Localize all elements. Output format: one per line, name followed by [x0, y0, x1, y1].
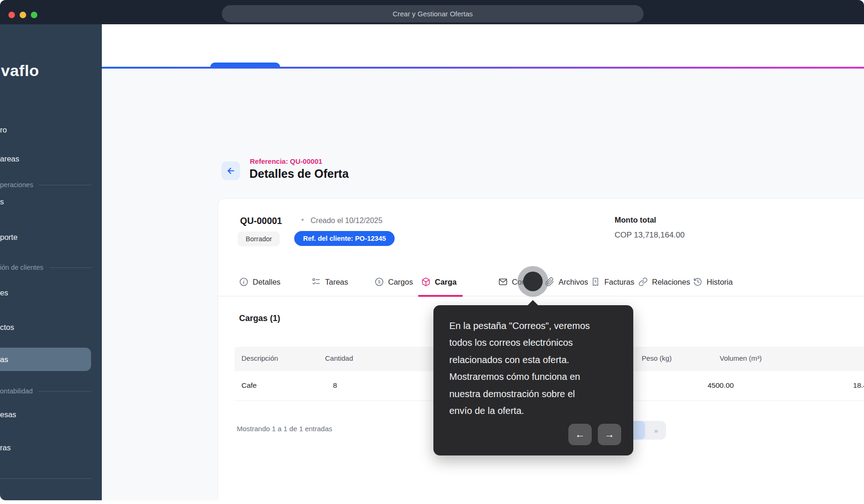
- breadcrumb-reference: Referencia: QU-00001: [250, 157, 322, 165]
- sidebar-item-label: as: [0, 355, 8, 364]
- window-title: Crear y Gestionar Ofertas: [222, 5, 644, 22]
- client-ref-badge: Ref. del cliente: PO-12345: [294, 231, 395, 246]
- tooltip-nav: ← →: [568, 424, 621, 445]
- sidebar-section-label: ontabilidad: [0, 387, 33, 395]
- column-header-cantidad: Cantidad: [325, 354, 353, 362]
- close-window-button[interactable]: [8, 12, 15, 18]
- receipt-icon: $: [591, 277, 600, 287]
- sidebar-section-label: ión de clientes: [0, 264, 43, 271]
- tab-facturas[interactable]: $ Facturas: [591, 277, 634, 287]
- tutorial-tooltip: En la pestaña "Correos", veremos todos l…: [433, 305, 633, 455]
- tab-label: Relaciones: [652, 278, 690, 287]
- tab-label: Carga: [435, 278, 457, 287]
- zoom-window-button[interactable]: [31, 12, 37, 18]
- sidebar-divider: [0, 478, 92, 479]
- cargo-section-heading: Cargas (1): [239, 314, 280, 323]
- tab-label: Archivos: [559, 278, 588, 287]
- main-header: Crear: [102, 24, 864, 67]
- tab-label: Facturas: [604, 278, 634, 287]
- total-amount-value: COP 13,718,164.00: [615, 231, 685, 240]
- tab-label: Tareas: [325, 278, 348, 287]
- sidebar-item-contacts[interactable]: ctos: [0, 323, 14, 332]
- section-divider: [39, 185, 92, 185]
- tab-archivos[interactable]: Archivos: [545, 277, 588, 287]
- tooltip-text: En la pestaña "Correos", veremos todos l…: [449, 317, 623, 419]
- link-icon: [638, 277, 648, 287]
- dollar-circle-icon: $: [375, 277, 384, 287]
- package-cube-icon: [421, 277, 431, 287]
- tab-relaciones[interactable]: Relaciones: [638, 277, 690, 287]
- sidebar-item-shipments[interactable]: s: [0, 197, 4, 206]
- back-button[interactable]: [221, 161, 240, 180]
- active-tab-underline: [418, 295, 463, 297]
- tab-cargos[interactable]: $ Cargos: [375, 277, 413, 287]
- pagination-next-button[interactable]: »: [646, 421, 666, 440]
- tooltip-next-button[interactable]: →: [598, 424, 621, 445]
- sidebar-item-expenses[interactable]: esas: [0, 410, 16, 419]
- arrow-left-icon: [226, 166, 236, 176]
- sidebar-section-client-management: ión de clientes: [0, 264, 92, 271]
- cell-volumen: 18.490: [833, 381, 864, 390]
- content-area: Referencia: QU-00001 Detalles de Oferta …: [102, 69, 864, 500]
- table-footer-summary: Mostrando 1 a 1 de 1 entradas: [237, 425, 332, 433]
- tab-label: Cargos: [388, 278, 413, 287]
- status-badge: Borrador: [238, 231, 280, 246]
- sidebar-section-accounting: ontabilidad: [0, 387, 92, 395]
- sidebar-section-operations: peraciones: [0, 181, 92, 189]
- sidebar: vaflo ro areas peraciones s porte ión de…: [0, 24, 102, 500]
- tab-label: Detalles: [253, 278, 281, 287]
- section-divider: [49, 267, 92, 268]
- tooltip-prev-button[interactable]: ←: [568, 424, 592, 445]
- app-logo[interactable]: vaflo: [1, 62, 39, 80]
- minimize-window-button[interactable]: [20, 12, 26, 18]
- app-window: Crear y Gestionar Ofertas vaflo ro areas…: [0, 0, 864, 500]
- sidebar-item-clients[interactable]: es: [0, 288, 8, 297]
- svg-text:$: $: [378, 279, 381, 284]
- tutorial-highlight-dot: [523, 272, 543, 291]
- sidebar-section-label: peraciones: [0, 181, 33, 189]
- tab-label: Historia: [707, 278, 733, 287]
- column-header-volumen: Volumen (m³): [720, 354, 762, 362]
- column-header-descripcion: Descripción: [241, 354, 278, 362]
- tab-historia[interactable]: Historia: [693, 277, 733, 287]
- tab-tareas[interactable]: Tareas: [312, 277, 348, 287]
- sidebar-item-invoices[interactable]: ras: [0, 443, 11, 452]
- created-date: Creado el 10/12/2025: [311, 217, 382, 225]
- tab-detalles[interactable]: Detalles: [239, 277, 281, 287]
- tooltip-pointer: [528, 300, 538, 305]
- sidebar-item-quotes-active[interactable]: as: [0, 348, 91, 371]
- cell-cantidad: 8: [333, 381, 337, 390]
- cell-descripcion: Cafe: [241, 381, 257, 390]
- section-divider: [38, 391, 92, 392]
- dot-separator: •: [301, 216, 304, 224]
- svg-text:$: $: [595, 279, 597, 283]
- sidebar-item-dashboard[interactable]: ro: [0, 126, 7, 134]
- sidebar-item-transport[interactable]: porte: [0, 233, 18, 242]
- mail-icon: [498, 277, 508, 287]
- info-icon: [239, 277, 248, 287]
- page-title: Detalles de Oferta: [249, 167, 349, 181]
- sidebar-item-tasks[interactable]: areas: [0, 154, 19, 163]
- total-amount-label: Monto total: [615, 216, 656, 224]
- checklist-icon: [312, 277, 321, 287]
- column-header-peso: Peso (kg): [642, 354, 672, 362]
- titlebar: Crear y Gestionar Ofertas: [0, 0, 864, 24]
- sidebar-item-preferences[interactable]: referencias: [0, 499, 38, 500]
- quote-id: QU-00001: [240, 216, 282, 226]
- history-clock-icon: [693, 277, 702, 287]
- tab-carga-active[interactable]: Carga: [421, 277, 457, 287]
- cell-peso: 4500.00: [692, 381, 734, 390]
